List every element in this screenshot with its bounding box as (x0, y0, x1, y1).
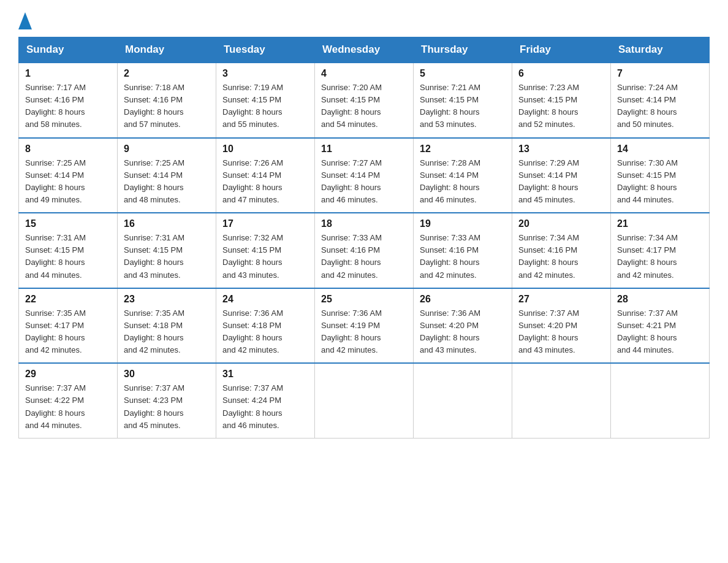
calendar-cell: 30 Sunrise: 7:37 AMSunset: 4:23 PMDaylig… (118, 363, 216, 438)
calendar-cell: 5 Sunrise: 7:21 AMSunset: 4:15 PMDayligh… (414, 63, 512, 138)
calendar-cell: 23 Sunrise: 7:35 AMSunset: 4:18 PMDaylig… (118, 288, 216, 364)
day-number: 17 (222, 218, 308, 229)
day-number: 28 (617, 294, 703, 305)
day-info: Sunrise: 7:21 AMSunset: 4:15 PMDaylight:… (420, 82, 506, 131)
day-number: 18 (321, 218, 407, 229)
day-number: 13 (518, 144, 604, 155)
day-info: Sunrise: 7:20 AMSunset: 4:15 PMDaylight:… (321, 82, 407, 131)
day-of-week-thursday: Thursday (414, 37, 512, 63)
calendar-cell: 16 Sunrise: 7:31 AMSunset: 4:15 PMDaylig… (118, 213, 216, 288)
calendar-week-4: 22 Sunrise: 7:35 AMSunset: 4:17 PMDaylig… (19, 288, 710, 364)
day-info: Sunrise: 7:19 AMSunset: 4:15 PMDaylight:… (222, 82, 308, 131)
day-info: Sunrise: 7:37 AMSunset: 4:22 PMDaylight:… (25, 382, 111, 432)
calendar-cell: 20 Sunrise: 7:34 AMSunset: 4:16 PMDaylig… (512, 213, 611, 288)
day-number: 14 (617, 144, 703, 155)
day-number: 4 (321, 68, 407, 79)
day-info: Sunrise: 7:37 AMSunset: 4:24 PMDaylight:… (222, 382, 308, 432)
calendar-cell: 25 Sunrise: 7:36 AMSunset: 4:19 PMDaylig… (315, 288, 414, 364)
calendar-cell: 31 Sunrise: 7:37 AMSunset: 4:24 PMDaylig… (216, 363, 315, 438)
day-of-week-wednesday: Wednesday (315, 37, 414, 63)
day-info: Sunrise: 7:28 AMSunset: 4:14 PMDaylight:… (420, 157, 506, 207)
day-number: 3 (222, 68, 308, 79)
calendar-week-5: 29 Sunrise: 7:37 AMSunset: 4:22 PMDaylig… (19, 363, 710, 438)
calendar-cell: 19 Sunrise: 7:33 AMSunset: 4:16 PMDaylig… (414, 213, 512, 288)
day-of-week-tuesday: Tuesday (216, 37, 315, 63)
day-number: 8 (25, 144, 111, 155)
calendar-cell: 12 Sunrise: 7:28 AMSunset: 4:14 PMDaylig… (414, 138, 512, 213)
day-info: Sunrise: 7:34 AMSunset: 4:17 PMDaylight:… (617, 232, 703, 282)
day-number: 19 (420, 218, 506, 229)
calendar-cell: 6 Sunrise: 7:23 AMSunset: 4:15 PMDayligh… (512, 63, 611, 138)
day-number: 9 (124, 144, 210, 155)
day-number: 23 (124, 294, 210, 305)
calendar-cell: 28 Sunrise: 7:37 AMSunset: 4:21 PMDaylig… (611, 288, 710, 364)
day-info: Sunrise: 7:23 AMSunset: 4:15 PMDaylight:… (518, 82, 604, 131)
day-of-week-friday: Friday (512, 37, 611, 63)
calendar-cell (315, 363, 414, 438)
day-info: Sunrise: 7:36 AMSunset: 4:19 PMDaylight:… (321, 307, 407, 357)
calendar-cell: 1 Sunrise: 7:17 AMSunset: 4:16 PMDayligh… (19, 63, 118, 138)
day-number: 26 (420, 294, 506, 305)
calendar-cell (512, 363, 611, 438)
calendar-week-2: 8 Sunrise: 7:25 AMSunset: 4:14 PMDayligh… (19, 138, 710, 213)
day-info: Sunrise: 7:17 AMSunset: 4:16 PMDaylight:… (25, 82, 111, 131)
calendar-cell: 22 Sunrise: 7:35 AMSunset: 4:17 PMDaylig… (19, 288, 118, 364)
day-number: 31 (222, 369, 308, 380)
day-info: Sunrise: 7:30 AMSunset: 4:15 PMDaylight:… (617, 157, 703, 207)
day-number: 6 (518, 68, 604, 79)
calendar-cell: 9 Sunrise: 7:25 AMSunset: 4:14 PMDayligh… (118, 138, 216, 213)
day-info: Sunrise: 7:36 AMSunset: 4:20 PMDaylight:… (420, 307, 506, 357)
day-number: 16 (124, 218, 210, 229)
day-info: Sunrise: 7:18 AMSunset: 4:16 PMDaylight:… (124, 82, 210, 131)
day-number: 11 (321, 144, 407, 155)
day-info: Sunrise: 7:26 AMSunset: 4:14 PMDaylight:… (222, 157, 308, 207)
calendar-cell: 7 Sunrise: 7:24 AMSunset: 4:14 PMDayligh… (611, 63, 710, 138)
day-number: 24 (222, 294, 308, 305)
day-info: Sunrise: 7:25 AMSunset: 4:14 PMDaylight:… (124, 157, 210, 207)
day-info: Sunrise: 7:24 AMSunset: 4:14 PMDaylight:… (617, 82, 703, 131)
calendar-cell (611, 363, 710, 438)
day-info: Sunrise: 7:33 AMSunset: 4:16 PMDaylight:… (321, 232, 407, 282)
calendar-week-1: 1 Sunrise: 7:17 AMSunset: 4:16 PMDayligh… (19, 63, 710, 138)
calendar-cell: 17 Sunrise: 7:32 AMSunset: 4:15 PMDaylig… (216, 213, 315, 288)
calendar-table: SundayMondayTuesdayWednesdayThursdayFrid… (18, 37, 710, 439)
day-info: Sunrise: 7:36 AMSunset: 4:18 PMDaylight:… (222, 307, 308, 357)
day-info: Sunrise: 7:31 AMSunset: 4:15 PMDaylight:… (124, 232, 210, 282)
calendar-header: SundayMondayTuesdayWednesdayThursdayFrid… (19, 37, 710, 63)
days-of-week-row: SundayMondayTuesdayWednesdayThursdayFrid… (19, 37, 710, 63)
calendar-body: 1 Sunrise: 7:17 AMSunset: 4:16 PMDayligh… (19, 63, 710, 438)
calendar-cell: 4 Sunrise: 7:20 AMSunset: 4:15 PMDayligh… (315, 63, 414, 138)
day-info: Sunrise: 7:34 AMSunset: 4:16 PMDaylight:… (518, 232, 604, 282)
calendar-cell: 27 Sunrise: 7:37 AMSunset: 4:20 PMDaylig… (512, 288, 611, 364)
calendar-cell: 24 Sunrise: 7:36 AMSunset: 4:18 PMDaylig… (216, 288, 315, 364)
day-of-week-monday: Monday (118, 37, 216, 63)
page-header (18, 12, 710, 26)
calendar-cell: 14 Sunrise: 7:30 AMSunset: 4:15 PMDaylig… (611, 138, 710, 213)
day-info: Sunrise: 7:37 AMSunset: 4:21 PMDaylight:… (617, 307, 703, 357)
day-info: Sunrise: 7:37 AMSunset: 4:23 PMDaylight:… (124, 382, 210, 432)
day-of-week-saturday: Saturday (611, 37, 710, 63)
svg-marker-0 (18, 12, 32, 29)
calendar-cell: 10 Sunrise: 7:26 AMSunset: 4:14 PMDaylig… (216, 138, 315, 213)
logo (18, 12, 32, 26)
day-number: 10 (222, 144, 308, 155)
calendar-cell: 8 Sunrise: 7:25 AMSunset: 4:14 PMDayligh… (19, 138, 118, 213)
logo-arrow-icon (18, 12, 32, 29)
calendar-cell: 26 Sunrise: 7:36 AMSunset: 4:20 PMDaylig… (414, 288, 512, 364)
calendar-cell: 11 Sunrise: 7:27 AMSunset: 4:14 PMDaylig… (315, 138, 414, 213)
day-info: Sunrise: 7:27 AMSunset: 4:14 PMDaylight:… (321, 157, 407, 207)
day-number: 29 (25, 369, 111, 380)
day-info: Sunrise: 7:25 AMSunset: 4:14 PMDaylight:… (25, 157, 111, 207)
calendar-cell: 3 Sunrise: 7:19 AMSunset: 4:15 PMDayligh… (216, 63, 315, 138)
day-number: 2 (124, 68, 210, 79)
day-info: Sunrise: 7:33 AMSunset: 4:16 PMDaylight:… (420, 232, 506, 282)
day-info: Sunrise: 7:32 AMSunset: 4:15 PMDaylight:… (222, 232, 308, 282)
calendar-cell: 29 Sunrise: 7:37 AMSunset: 4:22 PMDaylig… (19, 363, 118, 438)
day-number: 21 (617, 218, 703, 229)
day-number: 22 (25, 294, 111, 305)
day-number: 1 (25, 68, 111, 79)
day-of-week-sunday: Sunday (19, 37, 118, 63)
calendar-cell (414, 363, 512, 438)
day-number: 12 (420, 144, 506, 155)
calendar-week-3: 15 Sunrise: 7:31 AMSunset: 4:15 PMDaylig… (19, 213, 710, 288)
